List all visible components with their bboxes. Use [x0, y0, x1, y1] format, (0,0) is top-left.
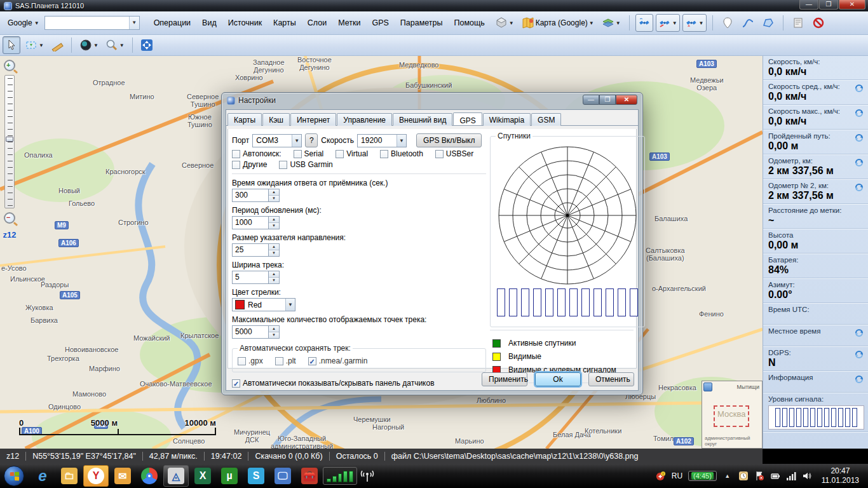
taskbar-chrome[interactable]: [137, 465, 162, 487]
chevron-down-icon[interactable]: ▼: [39, 43, 44, 48]
taskbar-sas-planet[interactable]: ◬: [163, 465, 189, 487]
add-path-button[interactable]: [739, 14, 757, 32]
taskbar-utorrent[interactable]: µ: [217, 465, 242, 487]
layers-select[interactable]: ▼: [599, 14, 623, 32]
checkbox-Автопоиск:[interactable]: Автопоиск:: [232, 149, 281, 158]
checkbox-autoshow-sensors[interactable]: ✓Автоматически показывать/скрывать панел…: [232, 379, 435, 388]
arrow-color-select[interactable]: Red ▼: [232, 298, 295, 311]
checkbox-checked[interactable]: ✓: [232, 379, 240, 388]
globe-view-button[interactable]: ▼: [77, 36, 101, 54]
window-maximize-button[interactable]: ❐: [819, 0, 838, 10]
reset-icon[interactable]: [854, 133, 864, 142]
menu-item-GPS[interactable]: GPS: [367, 16, 393, 30]
gps-connect-button[interactable]: [635, 14, 653, 32]
port-help-button[interactable]: ?: [305, 133, 318, 147]
spin-down-icon[interactable]: ▼: [269, 332, 279, 338]
spin-up-icon[interactable]: ▲: [269, 271, 279, 277]
zoom-slider[interactable]: [4, 75, 15, 208]
selection-tool-button[interactable]: ▼: [22, 36, 46, 54]
menu-item-Карты[interactable]: Карты: [268, 16, 301, 30]
spin-up-icon[interactable]: ▲: [269, 244, 279, 250]
reset-icon[interactable]: [854, 350, 864, 359]
chevron-down-icon[interactable]: ▼: [129, 17, 139, 29]
spin-value[interactable]: 300: [232, 189, 269, 202]
reset-icon[interactable]: [854, 109, 864, 118]
tab-Карты[interactable]: Карты: [227, 113, 262, 126]
menu-item-Параметры[interactable]: Параметры: [395, 16, 448, 30]
ruler-tool-button[interactable]: [48, 36, 66, 54]
checkbox-Serial[interactable]: Serial: [294, 149, 324, 158]
antivirus-icon[interactable]: !: [656, 471, 666, 481]
chevron-down-icon[interactable]: ▼: [119, 43, 125, 48]
minimap-toggle-button[interactable]: [703, 383, 712, 391]
disable-button[interactable]: [810, 14, 827, 32]
checkbox-unchecked[interactable]: [238, 357, 246, 365]
dialog-titlebar[interactable]: Настройки — ❐ ✕: [222, 93, 642, 108]
max-points-value[interactable]: 5000: [232, 325, 269, 339]
max-points-field[interactable]: 5000 ▲▼: [232, 325, 486, 339]
add-placemark-button[interactable]: [719, 14, 736, 32]
tab-Управление[interactable]: Управление: [337, 113, 392, 126]
отменить-button[interactable]: Отменить: [588, 372, 634, 386]
search-input[interactable]: ▼: [44, 16, 140, 30]
spinner-buttons[interactable]: ▲▼: [269, 189, 280, 202]
settings-dialog[interactable]: Настройки — ❐ ✕ КартыКэшИнтернетУправлен…: [221, 92, 643, 395]
speed-select[interactable]: 19200 ▼: [357, 134, 407, 147]
spin-field[interactable]: 25▲▼: [232, 243, 486, 257]
gps-track-button[interactable]: ▼: [656, 14, 680, 32]
spinner-buttons[interactable]: ▲▼: [269, 243, 280, 257]
checkbox-Bluetooth[interactable]: Bluetooth: [380, 149, 423, 158]
taskbar-excel[interactable]: X: [190, 465, 215, 487]
fullscreen-button[interactable]: [138, 36, 156, 54]
spinner-buttons[interactable]: ▲▼: [269, 271, 280, 284]
checkbox-.plt[interactable]: .plt: [275, 356, 296, 365]
checkbox-unchecked[interactable]: [380, 150, 388, 158]
tray-expand-icon[interactable]: ▲: [722, 471, 733, 481]
spin-field[interactable]: 1000▲▼: [232, 216, 486, 229]
taskbar-skype[interactable]: S: [243, 465, 269, 487]
tab-Интернет[interactable]: Интернет: [290, 113, 336, 126]
menu-item-Метки[interactable]: Метки: [333, 16, 365, 30]
применить-button[interactable]: Применить: [482, 372, 527, 386]
volume-icon[interactable]: [802, 471, 812, 481]
checkbox-USB Garmin[interactable]: USB Garmin: [279, 160, 332, 169]
tab-GPS[interactable]: GPS: [453, 112, 482, 125]
minimap[interactable]: Мытищи Москва административный округ: [702, 381, 763, 449]
gps-position-button[interactable]: ▼: [682, 14, 707, 32]
checkbox-USBSer[interactable]: USBSer: [435, 149, 473, 158]
spin-down-icon[interactable]: ▼: [269, 222, 279, 229]
window-close-button[interactable]: ✕: [839, 0, 865, 10]
spinner-buttons[interactable]: ▲▼: [269, 325, 280, 339]
dialog-minimize-button[interactable]: —: [583, 95, 599, 105]
checkbox-unchecked[interactable]: [435, 150, 444, 158]
spin-value[interactable]: 1000: [232, 216, 269, 229]
checkbox-unchecked[interactable]: [232, 161, 240, 169]
network-signal-icon[interactable]: [786, 471, 796, 481]
checkbox-.nmea/.garmin[interactable]: ✓.nmea/.garmin: [308, 356, 368, 365]
signal-meter-indicator[interactable]: [323, 467, 357, 485]
menu-item-Операции[interactable]: Операции: [149, 16, 196, 30]
spin-up-icon[interactable]: ▲: [269, 326, 279, 332]
checkbox-unchecked[interactable]: [279, 161, 287, 169]
download-manager-button[interactable]: ▼: [492, 14, 517, 32]
taskbar-toolbox[interactable]: 🧰: [297, 465, 322, 487]
port-select[interactable]: COM3 ▼: [252, 134, 302, 147]
placemark-manager-button[interactable]: [789, 14, 807, 32]
menu-item-Помощь[interactable]: Помощь: [449, 16, 489, 30]
checkbox-checked[interactable]: ✓: [308, 357, 316, 365]
wifi-antenna-icon[interactable]: [358, 465, 377, 487]
tab-Wikimapia[interactable]: Wikimapia: [483, 113, 531, 126]
taskbar-display-settings[interactable]: 🖵: [270, 465, 295, 487]
battery-icon[interactable]: [770, 471, 780, 481]
checkbox-unchecked[interactable]: [336, 150, 344, 158]
chevron-down-icon[interactable]: ▼: [93, 43, 98, 48]
zoom-out-icon[interactable]: −: [4, 212, 15, 224]
reset-icon[interactable]: [854, 375, 864, 384]
taskbar-yandex-browser[interactable]: Y: [83, 465, 109, 487]
reset-icon[interactable]: [854, 84, 864, 93]
zoom-in-icon[interactable]: +: [4, 60, 15, 71]
checkbox-unchecked[interactable]: [232, 150, 240, 158]
minimap-viewport-rect[interactable]: [714, 405, 749, 427]
reset-icon[interactable]: [854, 158, 864, 167]
spin-down-icon[interactable]: ▼: [269, 250, 279, 256]
